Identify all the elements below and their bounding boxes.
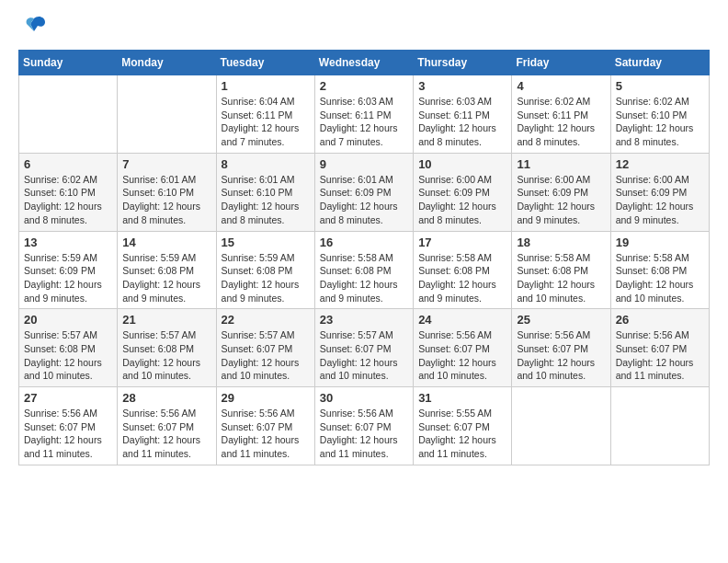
calendar-cell: 1Sunrise: 6:04 AM Sunset: 6:11 PM Daylig… [216, 75, 314, 154]
logo [18, 18, 47, 35]
day-info: Sunrise: 6:00 AM Sunset: 6:09 PM Dayligh… [616, 173, 704, 227]
day-info: Sunrise: 5:56 AM Sunset: 6:07 PM Dayligh… [320, 407, 408, 461]
day-info: Sunrise: 5:56 AM Sunset: 6:07 PM Dayligh… [122, 407, 210, 461]
calendar-cell [19, 75, 118, 154]
day-info: Sunrise: 5:57 AM Sunset: 6:08 PM Dayligh… [24, 328, 112, 383]
calendar-cell [118, 75, 216, 154]
calendar-cell: 8Sunrise: 6:01 AM Sunset: 6:10 PM Daylig… [216, 153, 314, 231]
calendar-cell: 17Sunrise: 5:58 AM Sunset: 6:08 PM Dayli… [414, 231, 512, 309]
calendar-cell: 11Sunrise: 6:00 AM Sunset: 6:09 PM Dayli… [512, 153, 610, 231]
day-number: 23 [320, 313, 408, 327]
day-number: 26 [616, 313, 704, 327]
day-info: Sunrise: 5:59 AM Sunset: 6:08 PM Dayligh… [122, 251, 210, 305]
day-number: 10 [418, 157, 506, 171]
day-info: Sunrise: 5:56 AM Sunset: 6:07 PM Dayligh… [616, 328, 704, 383]
day-info: Sunrise: 5:59 AM Sunset: 6:09 PM Dayligh… [24, 251, 112, 305]
day-info: Sunrise: 6:02 AM Sunset: 6:11 PM Dayligh… [517, 95, 605, 149]
calendar-cell: 14Sunrise: 5:59 AM Sunset: 6:08 PM Dayli… [118, 231, 216, 309]
day-info: Sunrise: 5:59 AM Sunset: 6:08 PM Dayligh… [222, 251, 310, 305]
day-number: 27 [24, 391, 112, 405]
day-number: 22 [222, 313, 310, 327]
calendar-cell: 28Sunrise: 5:56 AM Sunset: 6:07 PM Dayli… [118, 387, 216, 465]
day-info: Sunrise: 5:56 AM Sunset: 6:07 PM Dayligh… [418, 328, 506, 383]
day-number: 30 [320, 391, 408, 405]
day-number: 20 [24, 313, 112, 327]
day-info: Sunrise: 5:57 AM Sunset: 6:07 PM Dayligh… [222, 328, 310, 383]
logo-bird-icon [21, 15, 47, 35]
calendar-week-row: 13Sunrise: 5:59 AM Sunset: 6:09 PM Dayli… [19, 231, 710, 309]
calendar-cell: 6Sunrise: 6:02 AM Sunset: 6:10 PM Daylig… [19, 153, 118, 231]
calendar-week-row: 1Sunrise: 6:04 AM Sunset: 6:11 PM Daylig… [19, 75, 710, 154]
calendar-week-row: 20Sunrise: 5:57 AM Sunset: 6:08 PM Dayli… [19, 309, 710, 387]
day-number: 28 [122, 391, 210, 405]
calendar-cell: 4Sunrise: 6:02 AM Sunset: 6:11 PM Daylig… [512, 75, 610, 154]
day-number: 29 [222, 391, 310, 405]
day-info: Sunrise: 5:56 AM Sunset: 6:07 PM Dayligh… [517, 328, 605, 383]
calendar-cell: 25Sunrise: 5:56 AM Sunset: 6:07 PM Dayli… [512, 309, 610, 387]
day-info: Sunrise: 6:03 AM Sunset: 6:11 PM Dayligh… [320, 95, 408, 149]
calendar-cell: 9Sunrise: 6:01 AM Sunset: 6:09 PM Daylig… [314, 153, 413, 231]
day-info: Sunrise: 6:01 AM Sunset: 6:10 PM Dayligh… [222, 173, 310, 227]
calendar-week-row: 27Sunrise: 5:56 AM Sunset: 6:07 PM Dayli… [19, 387, 710, 465]
day-number: 25 [517, 313, 605, 327]
weekday-header-friday: Friday [512, 51, 610, 75]
day-number: 7 [122, 157, 210, 171]
calendar-cell: 30Sunrise: 5:56 AM Sunset: 6:07 PM Dayli… [314, 387, 413, 465]
calendar-cell: 21Sunrise: 5:57 AM Sunset: 6:08 PM Dayli… [118, 309, 216, 387]
logo-name [18, 18, 47, 35]
calendar-week-row: 6Sunrise: 6:02 AM Sunset: 6:10 PM Daylig… [19, 153, 710, 231]
day-number: 24 [418, 313, 506, 327]
day-number: 6 [24, 157, 112, 171]
calendar-cell: 2Sunrise: 6:03 AM Sunset: 6:11 PM Daylig… [314, 75, 413, 154]
calendar-cell: 3Sunrise: 6:03 AM Sunset: 6:11 PM Daylig… [414, 75, 512, 154]
calendar-cell: 10Sunrise: 6:00 AM Sunset: 6:09 PM Dayli… [414, 153, 512, 231]
day-number: 9 [320, 157, 408, 171]
day-number: 16 [320, 236, 408, 249]
day-number: 5 [616, 79, 704, 93]
day-info: Sunrise: 6:02 AM Sunset: 6:10 PM Dayligh… [24, 173, 112, 227]
day-number: 1 [222, 79, 310, 93]
calendar-cell: 26Sunrise: 5:56 AM Sunset: 6:07 PM Dayli… [610, 309, 709, 387]
day-info: Sunrise: 6:04 AM Sunset: 6:11 PM Dayligh… [222, 95, 310, 149]
day-number: 3 [418, 79, 506, 93]
calendar-table: SundayMondayTuesdayWednesdayThursdayFrid… [18, 50, 710, 465]
day-info: Sunrise: 6:01 AM Sunset: 6:10 PM Dayligh… [122, 173, 210, 227]
calendar-cell [610, 387, 709, 465]
calendar-cell: 20Sunrise: 5:57 AM Sunset: 6:08 PM Dayli… [19, 309, 118, 387]
calendar-cell: 27Sunrise: 5:56 AM Sunset: 6:07 PM Dayli… [19, 387, 118, 465]
day-number: 31 [418, 391, 506, 405]
day-info: Sunrise: 6:02 AM Sunset: 6:10 PM Dayligh… [616, 95, 704, 149]
weekday-header-thursday: Thursday [414, 51, 512, 75]
calendar-cell: 24Sunrise: 5:56 AM Sunset: 6:07 PM Dayli… [414, 309, 512, 387]
day-number: 17 [418, 236, 506, 249]
page-header [18, 18, 710, 35]
day-number: 8 [222, 157, 310, 171]
weekday-header-sunday: Sunday [19, 51, 118, 75]
day-number: 2 [320, 79, 408, 93]
day-info: Sunrise: 5:57 AM Sunset: 6:08 PM Dayligh… [122, 328, 210, 383]
calendar-cell: 7Sunrise: 6:01 AM Sunset: 6:10 PM Daylig… [118, 153, 216, 231]
day-info: Sunrise: 6:00 AM Sunset: 6:09 PM Dayligh… [418, 173, 506, 227]
calendar-cell: 22Sunrise: 5:57 AM Sunset: 6:07 PM Dayli… [216, 309, 314, 387]
calendar-cell: 18Sunrise: 5:58 AM Sunset: 6:08 PM Dayli… [512, 231, 610, 309]
day-number: 15 [222, 236, 310, 249]
calendar-cell: 15Sunrise: 5:59 AM Sunset: 6:08 PM Dayli… [216, 231, 314, 309]
calendar-cell: 23Sunrise: 5:57 AM Sunset: 6:07 PM Dayli… [314, 309, 413, 387]
day-number: 4 [517, 79, 605, 93]
calendar-cell: 16Sunrise: 5:58 AM Sunset: 6:08 PM Dayli… [314, 231, 413, 309]
day-info: Sunrise: 5:58 AM Sunset: 6:08 PM Dayligh… [616, 251, 704, 305]
day-number: 12 [616, 157, 704, 171]
calendar-cell: 13Sunrise: 5:59 AM Sunset: 6:09 PM Dayli… [19, 231, 118, 309]
calendar-cell [512, 387, 610, 465]
day-info: Sunrise: 6:03 AM Sunset: 6:11 PM Dayligh… [418, 95, 506, 149]
day-number: 21 [122, 313, 210, 327]
day-info: Sunrise: 5:58 AM Sunset: 6:08 PM Dayligh… [517, 251, 605, 305]
day-number: 18 [517, 236, 605, 249]
day-info: Sunrise: 5:55 AM Sunset: 6:07 PM Dayligh… [418, 407, 506, 461]
calendar-cell: 19Sunrise: 5:58 AM Sunset: 6:08 PM Dayli… [610, 231, 709, 309]
day-info: Sunrise: 5:56 AM Sunset: 6:07 PM Dayligh… [24, 407, 112, 461]
calendar-cell: 5Sunrise: 6:02 AM Sunset: 6:10 PM Daylig… [610, 75, 709, 154]
day-number: 19 [616, 236, 704, 249]
day-number: 13 [24, 236, 112, 249]
day-info: Sunrise: 5:57 AM Sunset: 6:07 PM Dayligh… [320, 328, 408, 383]
